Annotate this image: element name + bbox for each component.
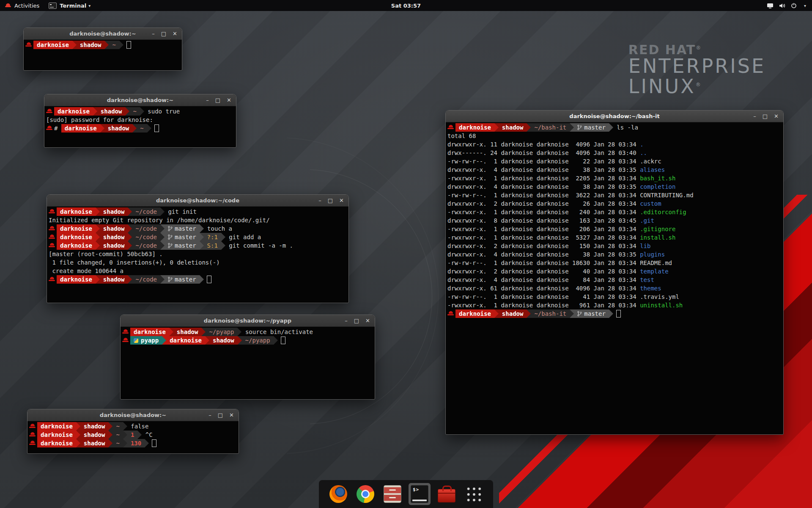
window-titlebar[interactable]: darknoise@shadow:~ – □ ✕ (24, 28, 182, 40)
app-menu-terminal[interactable]: Terminal ▾ (44, 0, 95, 11)
terminal-cursor (281, 337, 285, 344)
app-menu-label: Terminal (60, 3, 86, 9)
terminal-text: 1 file changed, 0 insertions(+), 0 delet… (49, 259, 220, 266)
window-titlebar[interactable]: darknoise@shadow:~/code – □ ✕ (47, 195, 348, 207)
terminal-line: drwx------. 24 darknoise darknoise 4096 … (447, 149, 782, 157)
user-segment: darknoise (57, 224, 96, 233)
maximize-button[interactable]: □ (763, 113, 768, 119)
chrome-icon (357, 485, 374, 503)
terminal-cursor (152, 439, 156, 447)
git-segment: master (165, 233, 200, 241)
window-titlebar[interactable]: darknoise@shadow:~ – □ ✕ (44, 94, 236, 106)
file-cabinet-icon (384, 485, 401, 503)
dock-item-chrome[interactable] (354, 483, 376, 505)
terminal-window[interactable]: darknoise@shadow:~ – □ ✕ darknoiseshadow… (23, 28, 182, 71)
powerline-separator-icon (609, 309, 613, 318)
user-segment: darknoise (57, 241, 96, 250)
powerline-separator-icon (162, 336, 166, 345)
powerline-separator-icon (93, 107, 97, 116)
host-segment: shadow (104, 124, 133, 133)
close-button[interactable]: ✕ (227, 97, 231, 103)
powerline-separator-icon (238, 336, 242, 345)
terminal-content[interactable]: darknoiseshadow~/code git initInitialize… (47, 207, 348, 304)
dock: $> (319, 480, 493, 508)
terminal-content[interactable]: darknoiseshadow~/bash-itmaster ls -latot… (446, 122, 783, 436)
host-segment: shadow (100, 241, 128, 250)
terminal-window[interactable]: darknoise@shadow:~/code – □ ✕ darknoises… (47, 194, 349, 303)
powerline-separator-icon (160, 241, 165, 250)
maximize-button[interactable]: □ (215, 97, 220, 103)
minimize-button[interactable]: – (753, 113, 756, 119)
path-segment: ~ (129, 107, 140, 116)
terminal-content[interactable]: darknoiseshadow~ falsedarknoiseshadow~1 … (27, 421, 239, 455)
close-button[interactable]: ✕ (173, 31, 177, 36)
dock-item-app-grid[interactable] (463, 483, 485, 505)
count-segment: ?:1 (204, 233, 221, 241)
window-titlebar[interactable]: darknoise@shadow:~ – □ ✕ (27, 409, 239, 421)
maximize-button[interactable]: □ (218, 412, 223, 418)
window-titlebar[interactable]: darknoise@shadow:~/bash-it – □ ✕ (446, 110, 783, 122)
minimize-button[interactable]: – (206, 97, 209, 103)
terminal-content[interactable]: darknoiseshadow~ sudo true[sudo] passwor… (44, 106, 236, 149)
powerline-separator-icon (200, 224, 204, 233)
terminal-text: drwxrwxr-x. 4 darknoise darknoise 38 Jan… (447, 183, 640, 190)
maximize-button[interactable]: □ (161, 31, 166, 36)
powerline-separator-icon (527, 123, 531, 132)
host-segment: shadow (499, 309, 527, 318)
redhat-prompt-icon (49, 224, 56, 233)
system-tray[interactable]: ▾ (761, 0, 812, 11)
minimize-button[interactable]: – (345, 318, 348, 323)
powerline-separator-icon (100, 124, 104, 133)
dock-item-file-manager[interactable] (381, 483, 403, 505)
terminal-text: drwxrwxr-x. 4 darknoise darknoise 38 Jan… (447, 166, 640, 173)
powerline-separator-icon (123, 422, 127, 431)
terminal-window[interactable]: darknoise@shadow:~/pyapp – □ ✕ darknoise… (120, 315, 375, 400)
minimize-button[interactable]: – (208, 412, 211, 418)
maximize-button[interactable]: □ (354, 318, 359, 323)
terminal-window[interactable]: darknoise@shadow:~ – □ ✕ darknoiseshadow… (27, 409, 239, 454)
minimize-button[interactable]: – (152, 31, 155, 36)
path-segment: ~/code (132, 241, 160, 250)
dock-item-toolbox[interactable] (436, 483, 458, 505)
git-branch-icon (577, 311, 582, 317)
terminal-content[interactable]: darknoiseshadow~ (24, 40, 182, 72)
window-titlebar[interactable]: darknoise@shadow:~/pyapp – □ ✕ (121, 315, 375, 327)
user-segment: darknoise (37, 422, 76, 431)
dock-item-terminal[interactable]: $> (409, 483, 431, 505)
terminal-window[interactable]: darknoise@shadow:~ – □ ✕ darknoiseshadow… (44, 94, 236, 148)
window-title: darknoise@shadow:~/pyapp (204, 318, 291, 324)
powerline-separator-icon (76, 431, 80, 439)
powerline-separator-icon (160, 207, 165, 216)
dock-item-firefox[interactable] (327, 483, 349, 505)
windows-layer: darknoise@shadow:~ – □ ✕ darknoiseshadow… (0, 0, 812, 508)
terminal-window[interactable]: darknoise@shadow:~/bash-it – □ ✕ darknoi… (445, 110, 784, 435)
terminal-line: 1 file changed, 0 insertions(+), 0 delet… (49, 258, 347, 267)
minimize-button[interactable]: – (318, 198, 321, 203)
terminal-line: darknoiseshadow~ false (29, 422, 237, 431)
close-button[interactable]: ✕ (774, 113, 779, 119)
powerline-separator-icon (76, 422, 80, 431)
git-segment: master (574, 123, 609, 132)
window-controls: – □ ✕ (318, 195, 344, 206)
activities-button[interactable]: Activities (0, 0, 44, 11)
terminal-text: .. (640, 149, 647, 156)
user-segment: darknoise (61, 124, 100, 133)
close-button[interactable]: ✕ (229, 412, 234, 418)
terminal-content[interactable]: darknoiseshadow~/pyapp source bin/activa… (121, 327, 375, 401)
terminal-text: template (640, 268, 668, 275)
user-segment: darknoise (54, 107, 93, 116)
host-segment: shadow (97, 107, 126, 116)
terminal-line: -rw-rw-r--. 1 darknoise darknoise 41 Jan… (447, 293, 782, 301)
terminal-text: false (127, 423, 149, 430)
terminal-text: .ackrc (640, 158, 661, 165)
path-segment: ~ (112, 431, 123, 439)
close-button[interactable]: ✕ (339, 198, 344, 203)
terminal-line: -rw-rw-r--. 1 darknoise darknoise 3622 J… (447, 191, 782, 199)
close-button[interactable]: ✕ (365, 318, 370, 323)
user-segment: darknoise (57, 275, 96, 284)
maximize-button[interactable]: □ (328, 198, 333, 203)
clock[interactable]: Sat 03:57 (391, 3, 421, 9)
user-segment: darknoise (33, 41, 72, 49)
window-title: darknoise@shadow:~/code (156, 197, 239, 204)
powerline-separator-icon (119, 41, 123, 49)
